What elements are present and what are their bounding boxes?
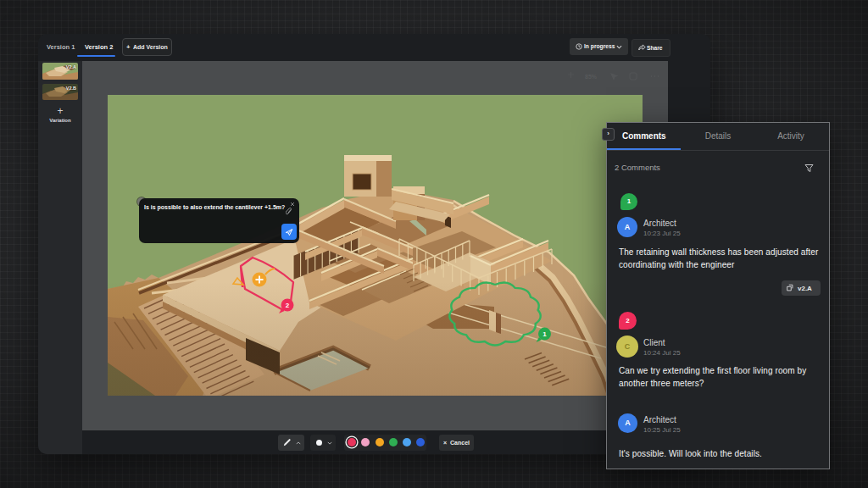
svg-text:85%: 85% (585, 74, 598, 80)
svg-text:1: 1 (542, 330, 547, 338)
svg-text:2: 2 (286, 302, 290, 309)
